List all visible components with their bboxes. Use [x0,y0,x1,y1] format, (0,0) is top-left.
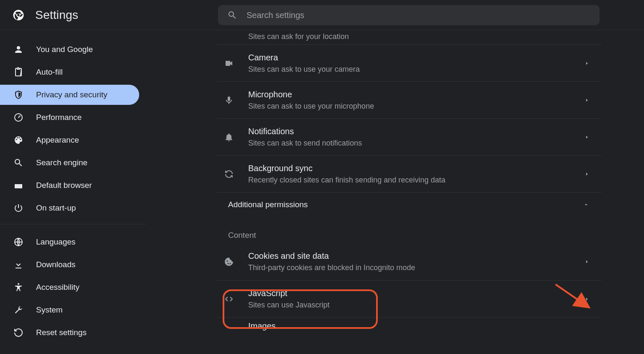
setting-subtitle: Recently closed sites can finish sending… [248,174,584,185]
gauge-icon [13,112,23,122]
sidebar-item-downloads[interactable]: Downloads [0,255,146,275]
sidebar-item-languages[interactable]: Languages [0,232,146,252]
chevron-down-icon [583,201,589,208]
setting-title: Cookies and site data [248,250,584,261]
sidebar-item-appearance[interactable]: Appearance [0,130,146,150]
setting-subtitle: Sites can ask to send notifications [248,138,584,148]
accessibility-icon [13,282,23,292]
page-title: Settings [35,8,78,22]
sidebar-item-system[interactable]: System [0,300,146,320]
setting-title: Microphone [248,89,584,100]
search-settings-input[interactable] [247,10,590,20]
globe-icon [13,237,23,247]
sidebar-item-label: System [36,305,62,315]
setting-row-images[interactable]: Images [217,317,601,334]
palette-icon [13,135,23,145]
search-settings-field[interactable] [218,5,600,25]
sidebar-item-label: Auto-fill [36,68,62,77]
sync-icon [224,169,234,179]
setting-subtitle: Sites can use Javascript [248,299,584,310]
setting-row-javascript[interactable]: JavaScript Sites can use Javascript [217,280,601,317]
setting-row-cookies[interactable]: Cookies and site data Third-party cookie… [217,243,601,280]
sidebar-item-label: Default browser [36,181,92,190]
setting-row-notifications[interactable]: Notifications Sites can ask to send noti… [217,118,601,155]
sidebar-item-label: Search engine [36,158,88,167]
sidebar-item-autofill[interactable]: Auto-fill [0,62,146,82]
sidebar: You and Google Auto-fill Privacy and sec… [0,30,146,354]
site-settings-panel: Sites can ask for your location Camera S… [217,30,601,334]
chevron-right-icon [584,135,589,140]
power-icon [13,203,23,213]
search-icon [13,158,23,168]
setting-title: Images [248,320,589,331]
reset-icon [13,328,23,338]
setting-subtitle: Third-party cookies are blocked in Incog… [248,262,584,273]
person-icon [13,44,23,55]
chevron-right-icon [584,98,589,103]
setting-row-background-sync[interactable]: Background sync Recently closed sites ca… [217,155,601,192]
setting-title: Background sync [248,163,584,174]
sidebar-item-privacy-security[interactable]: Privacy and security [0,85,139,105]
expander-label: Additional permissions [228,200,583,209]
shield-icon [13,90,23,100]
sidebar-item-label: Languages [36,237,75,247]
sidebar-item-label: Privacy and security [36,90,107,99]
setting-row-camera[interactable]: Camera Sites can ask to use your camera [217,44,601,81]
camera-icon [224,58,234,68]
chevron-right-icon [584,61,589,66]
sidebar-item-you-and-google[interactable]: You and Google [0,39,146,60]
setting-row-location[interactable]: Sites can ask for your location [217,30,601,44]
svg-point-2 [18,283,19,285]
setting-subtitle: Sites can ask to use your camera [248,64,584,75]
sidebar-item-reset-settings[interactable]: Reset settings [0,323,146,343]
bell-icon [224,132,234,142]
clipboard-icon [13,67,23,77]
sidebar-item-label: Reset settings [36,328,86,337]
sidebar-item-on-startup[interactable]: On start-up [0,198,146,218]
sidebar-item-label: You and Google [36,45,93,54]
chevron-right-icon [584,172,589,177]
setting-title: Notifications [248,126,584,137]
chevron-right-icon [584,297,589,302]
header: Settings [0,0,644,30]
sidebar-item-accessibility[interactable]: Accessibility [0,277,146,297]
chevron-right-icon [584,259,589,264]
image-icon [224,321,234,331]
browser-icon [13,180,23,190]
additional-permissions-expander[interactable]: Additional permissions [217,192,601,216]
microphone-icon [224,95,234,105]
search-icon [227,10,237,20]
code-icon [224,294,234,304]
wrench-icon [13,305,23,315]
setting-row-microphone[interactable]: Microphone Sites can ask to use your mic… [217,81,601,118]
sidebar-item-performance[interactable]: Performance [0,107,146,128]
setting-title: JavaScript [248,288,584,299]
download-icon [13,260,23,270]
setting-subtitle: Sites can ask to use your microphone [248,101,584,112]
sidebar-item-default-browser[interactable]: Default browser [0,175,146,195]
content-section-heading: Content [217,216,601,243]
setting-title: Camera [248,52,584,63]
setting-subtitle: Sites can ask for your location [248,31,589,42]
chrome-logo-icon [12,8,25,22]
location-icon [224,30,234,40]
sidebar-item-search-engine[interactable]: Search engine [0,153,146,173]
cookie-icon [224,257,234,267]
sidebar-item-label: Downloads [36,260,75,269]
sidebar-item-label: On start-up [36,203,76,213]
sidebar-item-label: Appearance [36,135,79,145]
sidebar-divider [0,224,146,224]
sidebar-item-label: Performance [36,113,82,122]
sidebar-item-label: Accessibility [36,283,79,292]
